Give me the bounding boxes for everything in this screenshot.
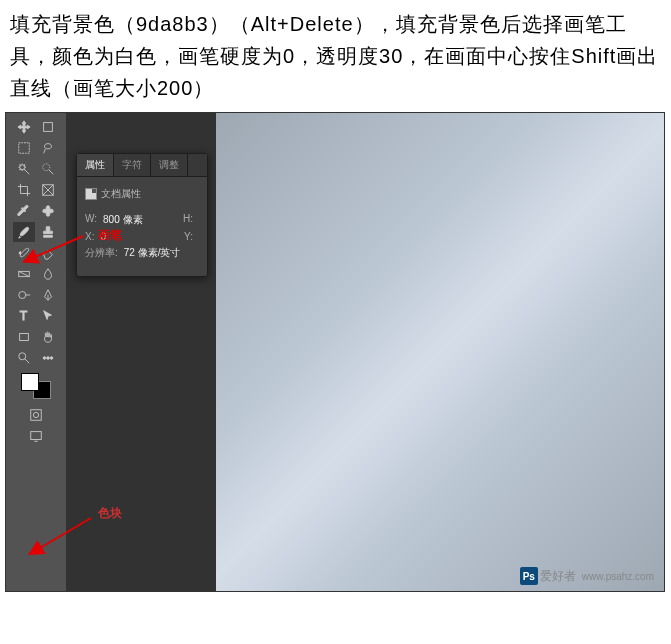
lasso-tool[interactable]: [37, 138, 59, 158]
tab-properties[interactable]: 属性: [77, 154, 114, 176]
annotation-swatch-label: 色块: [98, 505, 122, 522]
gradient-tool[interactable]: [13, 264, 35, 284]
doc-properties-label: 文档属性: [101, 187, 141, 201]
rectangle-tool[interactable]: [13, 327, 35, 347]
resolution-value: 72 像素/英寸: [124, 246, 181, 260]
tools-panel: T: [6, 113, 66, 591]
svg-point-15: [33, 412, 38, 417]
history-brush-tool[interactable]: [13, 243, 35, 263]
svg-rect-0: [44, 123, 53, 132]
marquee-tool[interactable]: [13, 138, 35, 158]
properties-tabs: 属性 字符 调整: [77, 154, 207, 177]
hand-tool[interactable]: [37, 327, 59, 347]
svg-rect-5: [46, 206, 50, 217]
foreground-swatch[interactable]: [21, 373, 39, 391]
y-label: Y:: [184, 231, 193, 242]
svg-point-11: [43, 357, 46, 360]
edit-toolbar[interactable]: [37, 348, 59, 368]
svg-rect-14: [31, 410, 42, 421]
frame-tool[interactable]: [37, 180, 59, 200]
healing-tool[interactable]: [37, 201, 59, 221]
move-tool[interactable]: [13, 117, 35, 137]
svg-point-7: [19, 292, 26, 299]
wand-tool[interactable]: [13, 159, 35, 179]
svg-rect-1: [19, 143, 30, 154]
resolution-label: 分辨率:: [85, 246, 118, 260]
screenmode-tool[interactable]: [25, 426, 47, 446]
annotation-brush-label: 画笔: [98, 227, 122, 244]
artboard-tool[interactable]: [37, 117, 59, 137]
width-value: 800 像素: [103, 213, 142, 227]
eyedropper-tool[interactable]: [13, 201, 35, 221]
instruction-text: 填充背景色（9da8b3）（Alt+Delete），填充背景色后选择画笔工具，颜…: [0, 0, 671, 112]
height-label: H:: [183, 213, 193, 227]
svg-rect-9: [20, 334, 29, 341]
doc-properties-row: 文档属性: [85, 183, 199, 209]
type-tool[interactable]: T: [13, 306, 35, 326]
stamp-tool[interactable]: [37, 222, 59, 242]
zoom-tool[interactable]: [13, 348, 35, 368]
path-select-tool[interactable]: [37, 306, 59, 326]
quick-select-tool[interactable]: [37, 159, 59, 179]
color-swatches[interactable]: [21, 373, 51, 399]
tab-adjust[interactable]: 调整: [151, 154, 188, 176]
blur-tool[interactable]: [37, 264, 59, 284]
tutorial-screenshot: T 属性 字符 调整: [5, 112, 665, 592]
watermark: Ps 爱好者 www.psahz.com: [520, 567, 654, 585]
quickmask-tool[interactable]: [25, 405, 47, 425]
properties-body: 文档属性 W: 800 像素 H: X: 0 Y: 分辨率: 72 像素/英寸: [77, 177, 207, 276]
svg-point-13: [50, 357, 53, 360]
svg-point-12: [47, 357, 50, 360]
crop-tool[interactable]: [13, 180, 35, 200]
x-label: X:: [85, 231, 94, 242]
svg-text:T: T: [20, 309, 28, 323]
width-label: W:: [85, 213, 97, 227]
watermark-text: 爱好者: [540, 568, 576, 585]
svg-point-10: [19, 353, 26, 360]
brush-tool[interactable]: [13, 222, 35, 242]
dodge-tool[interactable]: [13, 285, 35, 305]
watermark-url: www.psahz.com: [582, 571, 654, 582]
document-icon: [85, 188, 97, 200]
svg-rect-16: [31, 432, 42, 440]
pen-tool[interactable]: [37, 285, 59, 305]
svg-point-2: [43, 164, 50, 171]
eraser-tool[interactable]: [37, 243, 59, 263]
properties-panel: 属性 字符 调整 文档属性 W: 800 像素 H: X: 0 Y: 分辨率: [76, 153, 208, 277]
canvas[interactable]: [216, 113, 664, 591]
tab-character[interactable]: 字符: [114, 154, 151, 176]
ps-badge-icon: Ps: [520, 567, 538, 585]
